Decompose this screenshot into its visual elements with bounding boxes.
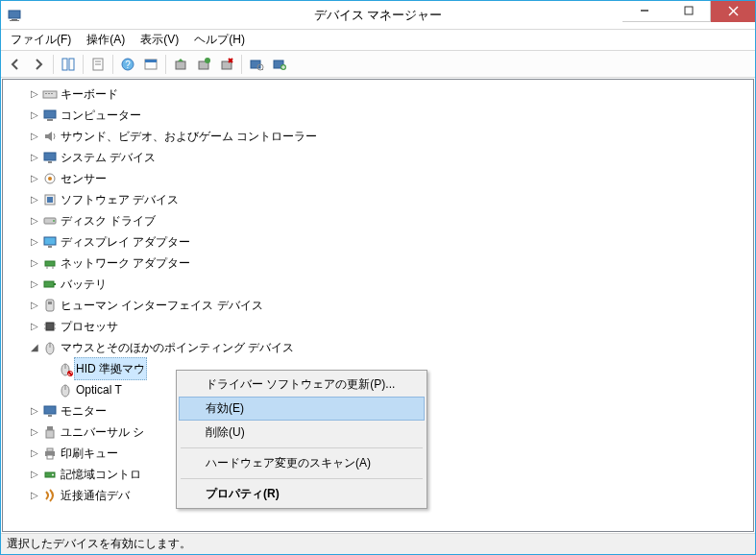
storage-icon	[41, 467, 59, 482]
close-button[interactable]	[711, 1, 755, 22]
svg-rect-49	[54, 283, 56, 285]
window-controls	[622, 1, 755, 22]
statusbar: 選択したデバイスを有効にします。	[1, 533, 755, 554]
expander-icon[interactable]: ▷	[28, 274, 41, 295]
toolbar-separator	[241, 55, 242, 74]
keyboard-icon	[41, 86, 59, 102]
tree-node-computer[interactable]: ▷コンピューター	[5, 105, 751, 126]
menu-action[interactable]: 操作(A)	[83, 30, 129, 50]
tree-node-system[interactable]: ▷システム デバイス	[5, 147, 751, 168]
system-icon	[41, 150, 59, 165]
svg-rect-35	[44, 153, 56, 160]
expander-icon[interactable]: ▷	[28, 464, 41, 485]
expander-icon[interactable]: ▷	[28, 295, 41, 316]
expander-icon[interactable]: ▷	[28, 84, 41, 105]
forward-button[interactable]	[28, 54, 49, 75]
scan-hardware-button[interactable]	[246, 54, 267, 75]
svg-rect-50	[46, 300, 54, 311]
expander-icon[interactable]: ▷	[28, 126, 41, 147]
mouse-icon	[57, 361, 74, 376]
svg-rect-7	[62, 59, 67, 70]
svg-rect-69	[47, 448, 53, 451]
disk-icon	[41, 213, 59, 229]
svg-rect-70	[47, 455, 53, 459]
context-update-driver[interactable]: ドライバー ソフトウェアの更新(P)...	[179, 373, 425, 397]
svg-rect-51	[48, 302, 52, 304]
svg-point-42	[53, 220, 55, 222]
action-button[interactable]	[140, 54, 161, 75]
properties-button[interactable]	[87, 54, 109, 75]
svg-rect-65	[48, 415, 52, 417]
tree-node-hid[interactable]: ▷ヒューマン インターフェイス デバイス	[5, 295, 751, 316]
tree-node-network[interactable]: ▷ネットワーク アダプター	[5, 253, 751, 274]
maximize-button[interactable]	[667, 1, 711, 22]
context-enable[interactable]: 有効(E)	[179, 397, 425, 421]
tree-node-display[interactable]: ▷ディスプレイ アダプター	[5, 231, 751, 253]
menu-view[interactable]: 表示(V)	[136, 30, 183, 50]
expander-icon[interactable]: ▷	[28, 189, 41, 210]
update-driver-button[interactable]	[170, 54, 191, 75]
expander-icon[interactable]: ▷	[28, 316, 41, 337]
tree-node-mouse[interactable]: ◢マウスとそのほかのポインティング デバイス	[5, 337, 751, 358]
context-delete[interactable]: 削除(U)	[179, 421, 425, 445]
app-icon	[7, 8, 22, 23]
svg-rect-8	[69, 59, 74, 70]
svg-rect-30	[45, 93, 47, 94]
expander-icon[interactable]: ▷	[28, 105, 41, 126]
tree-node-sound[interactable]: ▷サウンド、ビデオ、およびゲーム コントローラー	[5, 126, 751, 147]
expander-icon[interactable]: ▷	[28, 147, 41, 168]
expander-icon[interactable]: ▷	[28, 443, 41, 464]
tree-node-disk[interactable]: ▷ディスク ドライブ	[5, 210, 751, 231]
tree-node-battery[interactable]: ▷バッテリ	[5, 274, 751, 295]
battery-icon	[41, 277, 59, 292]
sensor-icon	[41, 171, 59, 186]
hid-icon	[41, 298, 59, 313]
add-legacy-button[interactable]	[269, 54, 290, 75]
toolbar: ?	[1, 51, 755, 78]
help-button[interactable]: ?	[117, 54, 138, 75]
tree-node-sensor[interactable]: ▷センサー	[5, 168, 751, 189]
svg-text:?: ?	[125, 60, 131, 70]
svg-rect-48	[44, 281, 54, 287]
tree-node-software[interactable]: ▷ソフトウェア デバイス	[5, 189, 751, 210]
tree-node-processor[interactable]: ▷プロセッサ	[5, 316, 751, 337]
nfc-icon	[41, 488, 59, 503]
expander-icon[interactable]: ▷	[28, 210, 41, 231]
svg-rect-29	[43, 91, 57, 98]
minimize-button[interactable]	[622, 1, 667, 22]
enable-button[interactable]	[193, 54, 214, 75]
menu-help[interactable]: ヘルプ(H)	[190, 30, 249, 50]
monitor-icon	[41, 403, 59, 419]
menubar: ファイル(F) 操作(A) 表示(V) ヘルプ(H)	[1, 30, 755, 51]
expander-icon[interactable]: ▷	[28, 400, 41, 422]
context-menu: ドライバー ソフトウェアの更新(P)... 有効(E) 削除(U) ハードウェア…	[176, 370, 427, 509]
titlebar: デバイス マネージャー	[1, 1, 755, 30]
menu-file[interactable]: ファイル(F)	[7, 30, 75, 50]
context-properties[interactable]: プロパティ(R)	[179, 482, 425, 506]
back-button[interactable]	[5, 54, 26, 75]
expander-icon[interactable]: ◢	[28, 337, 41, 358]
svg-rect-66	[47, 426, 53, 430]
svg-rect-43	[44, 237, 56, 245]
svg-rect-67	[46, 430, 54, 438]
expander-icon[interactable]: ▷	[28, 231, 41, 253]
toolbar-separator	[112, 55, 113, 74]
expander-icon[interactable]: ▷	[28, 485, 41, 506]
svg-rect-19	[222, 61, 232, 69]
mouse-icon	[57, 382, 74, 398]
expander-icon[interactable]: ▷	[28, 253, 41, 274]
svg-rect-64	[44, 406, 56, 414]
uninstall-button[interactable]	[216, 54, 237, 75]
computer-icon	[41, 108, 59, 123]
processor-icon	[41, 319, 59, 334]
tree-node-keyboards[interactable]: ▷キーボード	[5, 84, 751, 105]
expander-icon[interactable]: ▷	[28, 168, 41, 189]
svg-rect-44	[48, 246, 52, 248]
context-scan-hardware[interactable]: ハードウェア変更のスキャン(A)	[179, 451, 425, 475]
svg-rect-45	[45, 261, 55, 266]
network-icon	[41, 255, 59, 271]
svg-rect-52	[46, 323, 54, 330]
mouse-icon	[41, 340, 59, 355]
show-hide-tree-button[interactable]	[58, 54, 79, 75]
expander-icon[interactable]: ▷	[28, 422, 41, 443]
